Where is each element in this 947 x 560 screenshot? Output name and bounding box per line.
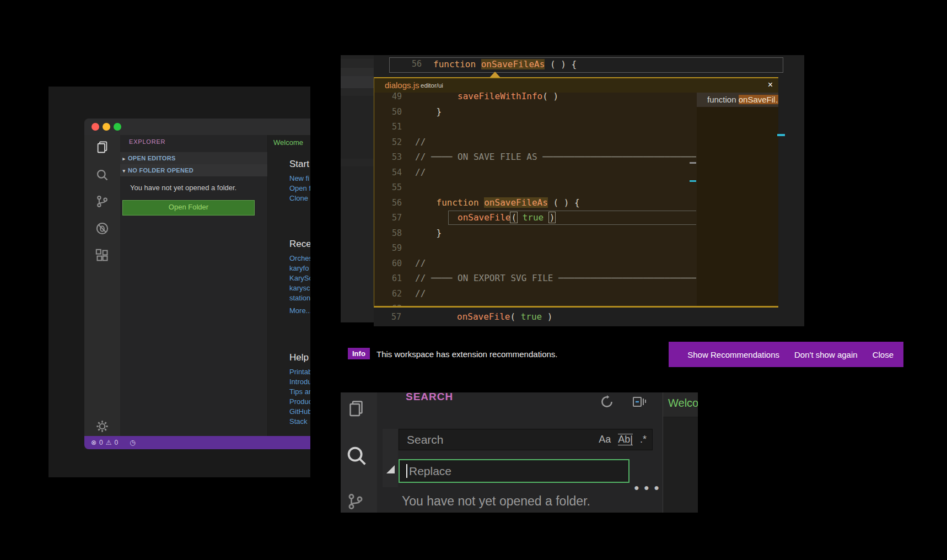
recent-link[interactable]: Orches	[289, 254, 310, 263]
warnings-count[interactable]: 0	[115, 439, 119, 446]
overview-ruler-mark	[690, 162, 696, 164]
peek-references-panel: function onSaveFil…	[697, 93, 778, 306]
status-bar: ⊗ 0 ⚠ 0 ◷	[84, 436, 310, 449]
reference-item[interactable]: function onSaveFil…	[697, 93, 778, 107]
code-line: 53// ──── ON SAVE FILE AS ──────────────…	[374, 150, 696, 164]
extensions-icon[interactable]	[95, 248, 110, 263]
peek-file-path: editor/ui	[421, 82, 443, 89]
errors-count[interactable]: 0	[99, 439, 103, 446]
tab-bar: Welcome	[663, 392, 698, 417]
match-case-icon[interactable]: Aa	[599, 434, 611, 445]
help-link[interactable]: Printab	[289, 367, 310, 377]
editor-peek-screenshot: 56 function onSaveFileAs ( ) { dialogs.j…	[341, 55, 804, 326]
recent-link[interactable]: KarySo	[289, 273, 310, 283]
welcome-editor: Welcome Start New fiOpen fClone Recent O…	[268, 135, 310, 436]
welcome-link[interactable]: New fi	[289, 174, 310, 184]
code-line: 58 }	[374, 226, 696, 240]
chevron-down-icon: ▾	[120, 165, 128, 177]
explorer-sidebar: EXPLORER ▸OPEN EDITORS ▾NO FOLDER OPENED…	[120, 135, 268, 436]
open-folder-button[interactable]: Open Folder	[122, 200, 255, 216]
errors-icon[interactable]: ⊗	[91, 439, 96, 446]
clear-search-results-icon[interactable]	[632, 394, 646, 411]
search-input-box: Search Aa Ab| .*	[399, 429, 653, 450]
vscode-window: EXPLORER ▸OPEN EDITORS ▾NO FOLDER OPENED…	[84, 119, 310, 449]
line-number: 57	[385, 310, 401, 324]
no-folder-message: You have not yet opened a folder.	[130, 184, 236, 192]
info-badge: Info	[348, 348, 370, 359]
welcome-recent-section: Recent OrcheskaryfoKarySokaryscstation M…	[289, 239, 310, 316]
code-text: onSaveFile( true )	[415, 310, 552, 324]
search-options: Aa Ab| .*	[599, 429, 647, 450]
chevron-right-icon: ▸	[120, 153, 128, 165]
close-icon[interactable]: ×	[768, 80, 773, 90]
welcome-link[interactable]: Clone	[289, 193, 310, 203]
code-line: 55	[374, 180, 696, 195]
open-editors-section-header[interactable]: ▸OPEN EDITORS	[120, 152, 267, 164]
close-notification-button[interactable]: Close	[873, 350, 894, 359]
start-heading: Start	[289, 159, 310, 170]
source-control-icon[interactable]	[346, 492, 365, 511]
activity-bar	[341, 392, 377, 513]
explorer-window-screenshot: EXPLORER ▸OPEN EDITORS ▾NO FOLDER OPENED…	[49, 87, 310, 477]
overview-ruler-mark-cyan	[690, 180, 696, 182]
text-caret	[406, 464, 407, 478]
code-line: 54//	[374, 165, 696, 180]
code-line: 61// ──── ON EXPORT SVG FILE ───────────…	[374, 271, 696, 286]
recent-heading: Recent	[289, 239, 310, 250]
replace-input[interactable]: Replace	[409, 460, 451, 482]
help-link[interactable]: Introdu	[289, 377, 310, 387]
code-line: 63	[374, 301, 696, 306]
search-view: SEARCH Search Aa Ab| .*	[377, 392, 663, 513]
editor-line-56: 56 function onSaveFileAs ( ) {	[389, 57, 783, 73]
explorer-icon[interactable]	[95, 140, 110, 155]
show-recommendations-button[interactable]: Show Recommendations	[687, 350, 779, 359]
whole-word-icon[interactable]: Ab|	[618, 434, 633, 446]
sidebar-title: EXPLORER	[129, 138, 165, 145]
tab-welcome[interactable]: Welcome	[668, 397, 698, 410]
code-line: 52//	[374, 135, 696, 149]
dont-show-again-button[interactable]: Don't show again	[794, 350, 858, 359]
tab-bar: Welcome	[268, 135, 310, 150]
recent-link[interactable]: karysc	[289, 283, 310, 293]
peek-header: dialogs.js editor/ui ×	[374, 78, 778, 93]
peek-file-name: dialogs.js	[385, 80, 419, 90]
source-control-icon[interactable]	[95, 194, 110, 209]
editor-overview-cyan-mark	[777, 134, 785, 136]
recent-link[interactable]: station	[289, 293, 310, 303]
search-icon[interactable]	[95, 168, 110, 182]
tab-welcome[interactable]: Welcome	[268, 135, 310, 150]
search-input[interactable]: Search	[407, 429, 444, 450]
recent-more-link[interactable]: More...	[289, 306, 310, 316]
extension-recommendation-notification: Info This workspace has extension recomm…	[341, 342, 903, 367]
help-link[interactable]: Stack	[289, 417, 310, 427]
help-link[interactable]: GitHub	[289, 407, 310, 417]
clock-icon[interactable]: ◷	[130, 439, 135, 446]
warnings-icon[interactable]: ⚠	[106, 439, 112, 446]
zoom-window-button[interactable]	[114, 123, 121, 131]
welcome-start-section: Start New fiOpen fClone	[289, 159, 310, 203]
debug-disabled-icon[interactable]	[95, 221, 110, 236]
welcome-help-section: Help PrintabIntroduTips anProducGitHubSt…	[289, 352, 310, 427]
search-icon[interactable]	[344, 443, 369, 469]
no-folder-message: You have not yet opened a folder.	[402, 494, 590, 509]
minimap-strip	[341, 55, 374, 322]
reference-prefix: function	[707, 95, 739, 104]
activity-bar	[84, 135, 120, 436]
refresh-icon[interactable]	[600, 394, 614, 411]
more-actions-icon[interactable]: ● ● ●	[634, 483, 660, 493]
code-line: 51	[374, 120, 696, 134]
help-link[interactable]: Tips an	[289, 387, 310, 397]
no-folder-section-header[interactable]: ▾NO FOLDER OPENED	[120, 164, 267, 176]
explorer-icon[interactable]	[346, 399, 366, 419]
notification-message: This workspace has extension recommendat…	[376, 342, 558, 367]
close-window-button[interactable]	[92, 123, 99, 131]
toggle-replace-strip[interactable]	[383, 429, 398, 487]
help-link[interactable]: Produc	[289, 397, 310, 407]
recent-link[interactable]: karyfo	[289, 263, 310, 273]
window-titlebar	[84, 119, 310, 135]
peek-code-lines: 49 saveFileWithInfo( )50 }5152//53// ───…	[374, 93, 696, 306]
settings-gear-icon[interactable]	[95, 419, 110, 434]
welcome-link[interactable]: Open f	[289, 184, 310, 193]
minimize-window-button[interactable]	[103, 123, 110, 131]
regex-icon[interactable]: .*	[640, 434, 647, 445]
